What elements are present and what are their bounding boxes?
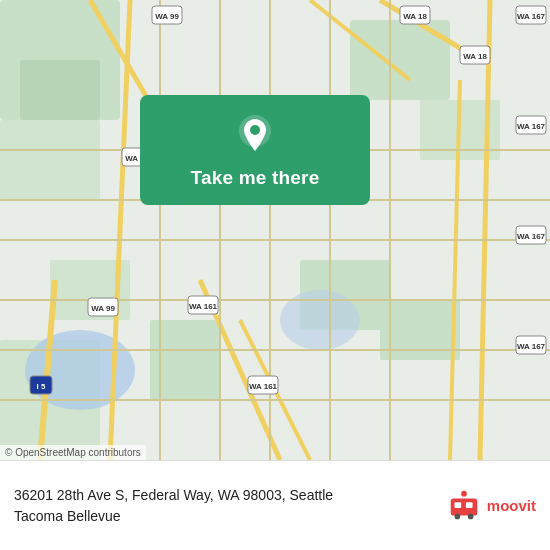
svg-text:WA 18: WA 18 (463, 52, 487, 61)
svg-rect-3 (20, 60, 100, 120)
svg-rect-61 (454, 502, 461, 508)
location-pin-icon (233, 113, 277, 157)
moovit-logo: moovit (445, 487, 536, 525)
moovit-icon (445, 487, 483, 525)
map-svg: WA 99 WA 99 WA 99 WA 18 WA 18 WA 167 WA … (0, 0, 550, 460)
svg-text:WA 167: WA 167 (517, 232, 546, 241)
take-me-there-button[interactable]: Take me there (191, 167, 320, 189)
svg-text:WA 161: WA 161 (189, 302, 218, 311)
svg-point-65 (461, 490, 467, 496)
location-popup[interactable]: Take me there (140, 95, 370, 205)
svg-rect-62 (466, 502, 473, 508)
svg-text:I 5: I 5 (37, 382, 46, 391)
svg-point-63 (454, 513, 460, 519)
copyright-notice: © OpenStreetMap contributors (0, 445, 146, 460)
svg-text:WA 167: WA 167 (517, 122, 546, 131)
address-text: 36201 28th Ave S, Federal Way, WA 98003,… (14, 485, 435, 527)
svg-point-11 (25, 330, 135, 410)
info-bar: 36201 28th Ave S, Federal Way, WA 98003,… (0, 460, 550, 550)
svg-point-64 (468, 513, 474, 519)
svg-point-58 (250, 125, 260, 135)
svg-text:WA 99: WA 99 (91, 304, 115, 313)
map-container: WA 99 WA 99 WA 99 WA 18 WA 18 WA 167 WA … (0, 0, 550, 460)
svg-text:WA 161: WA 161 (249, 382, 278, 391)
moovit-label: moovit (487, 497, 536, 514)
svg-text:WA 18: WA 18 (403, 12, 427, 21)
svg-text:WA 167: WA 167 (517, 12, 546, 21)
svg-text:WA 99: WA 99 (155, 12, 179, 21)
svg-text:WA 167: WA 167 (517, 342, 546, 351)
svg-rect-2 (0, 120, 100, 200)
